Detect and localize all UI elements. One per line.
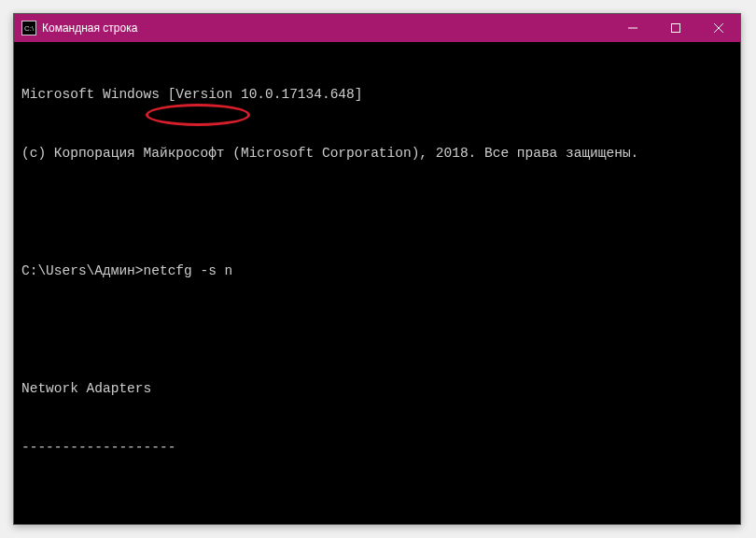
prompt-path: C:\Users\Админ>	[21, 263, 144, 278]
titlebar[interactable]: C:\ Командная строка	[14, 14, 740, 42]
copyright-line: (с) Корпорация Майкрософт (Microsoft Cor…	[21, 144, 733, 163]
window-title: Командная строка	[42, 21, 137, 35]
blank-line	[21, 320, 733, 340]
command-text: netcfg -s n	[144, 263, 233, 278]
section-adapters: Network Adapters	[21, 379, 733, 399]
minimize-button[interactable]	[611, 14, 654, 42]
close-icon	[714, 23, 723, 33]
version-line: Microsoft Windows [Version 10.0.17134.64…	[21, 85, 733, 105]
divider: -------------------	[21, 438, 733, 458]
maximize-icon	[671, 23, 680, 33]
svg-rect-1	[672, 24, 680, 33]
minimize-icon	[628, 23, 637, 33]
close-button[interactable]	[697, 14, 740, 42]
terminal-output[interactable]: Microsoft Windows [Version 10.0.17134.64…	[14, 42, 740, 524]
cmd-window: C:\ Командная строка Microsoft Windows […	[13, 13, 741, 525]
cmd-icon: C:\	[21, 21, 36, 35]
maximize-button[interactable]	[654, 14, 697, 42]
prompt-line: C:\Users\Админ>netcfg -s n	[21, 262, 733, 281]
blank-line	[21, 497, 733, 517]
annotation-highlight	[146, 104, 250, 126]
blank-line	[21, 203, 733, 222]
